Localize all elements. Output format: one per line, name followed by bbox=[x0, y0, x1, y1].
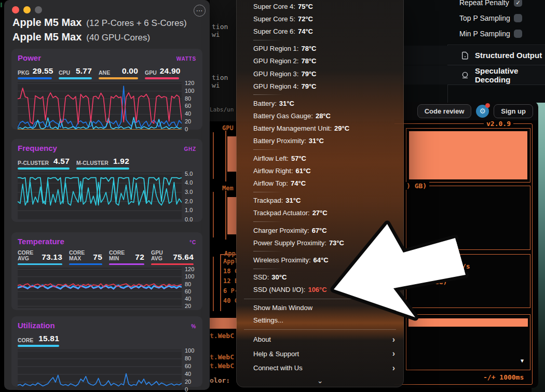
menu-item-gpu-region-2[interactable]: GPU Region 2:78°C bbox=[237, 55, 403, 67]
menu-item-show-main-window[interactable]: Show Main Window bbox=[237, 302, 403, 314]
code-review-button[interactable]: Code review bbox=[417, 104, 472, 118]
menu-item-connect-with-us[interactable]: Connect with Us› bbox=[237, 361, 403, 375]
menu-item-label: Super Core 6: bbox=[253, 27, 295, 35]
menu-item-battery-gas-gauge[interactable]: Battery Gas Gauge:28°C bbox=[237, 110, 403, 122]
menu-item-airflow-left[interactable]: Airflow Left:57°C bbox=[237, 152, 403, 164]
sign-up-button[interactable]: Sign up bbox=[494, 104, 533, 118]
settings-gear-button[interactable]: ⚙ bbox=[476, 105, 489, 118]
y-axis-tick: 20 bbox=[185, 303, 191, 309]
y-axis-tick: 0 bbox=[185, 386, 188, 392]
terminal-border bbox=[225, 191, 226, 240]
menu-item-wireless-proximity[interactable]: Wireless Proximity:64°C bbox=[237, 254, 403, 266]
menu-divider bbox=[244, 299, 396, 299]
menu-item-super-core-4[interactable]: Super Core 4:75°C bbox=[237, 0, 403, 12]
menu-item-trackpad[interactable]: Trackpad:31°C bbox=[237, 194, 403, 207]
terminal-border bbox=[213, 257, 214, 311]
menu-divider bbox=[253, 192, 283, 192]
menu-item-trackpad-actuator[interactable]: Trackpad Actuator:27°C bbox=[237, 207, 403, 219]
more-options-button[interactable]: ⋯ bbox=[194, 5, 206, 17]
menu-item-battery[interactable]: Battery:31°C bbox=[237, 97, 403, 109]
speculative-decoding-row[interactable]: Speculative Decoding bbox=[401, 65, 545, 85]
checkbox-checked-icon[interactable]: ✓ bbox=[514, 0, 522, 7]
menu-item-label: Airflow Top: bbox=[253, 179, 288, 187]
legend-item-pkg[interactable]: PKG29.55 bbox=[18, 66, 52, 79]
menu-item-gpu-region-1[interactable]: GPU Region 1:78°C bbox=[237, 43, 403, 55]
chevron-right-icon: › bbox=[392, 349, 395, 358]
legend-label: CORE MIN bbox=[109, 250, 125, 262]
menu-item-ssd[interactable]: SSD:30°C bbox=[237, 271, 403, 284]
terminal-app-label: App bbox=[224, 250, 236, 257]
legend-item-p-cluster[interactable]: P-CLUSTER4.57 bbox=[18, 157, 70, 170]
legend-color-bar bbox=[99, 77, 138, 79]
sensor-value: 74°C bbox=[291, 179, 306, 187]
legend-item-core[interactable]: CORE15.81 bbox=[18, 334, 59, 347]
menu-item-label: Charger Proximity: bbox=[253, 227, 309, 234]
menu-item-label: Battery Management Unit: bbox=[253, 124, 332, 132]
legend-color-bar bbox=[109, 263, 144, 265]
legend-color-bar bbox=[76, 167, 129, 170]
menu-item-settings[interactable]: Settings... bbox=[237, 314, 403, 327]
legend-color-bar bbox=[18, 263, 62, 265]
legend-item-core-avg[interactable]: CORE AVG73.13 bbox=[18, 250, 62, 265]
menu-item-power-supply-proximity[interactable]: Power Supply Proximity:73°C bbox=[237, 236, 403, 249]
menu-item-battery-management-unit[interactable]: Battery Management Unit:29°C bbox=[237, 122, 403, 135]
legend-value: 15.81 bbox=[38, 334, 59, 343]
menu-item-label: GPU Region 1: bbox=[253, 45, 298, 52]
card-power: PowerWATTSPKG29.55CPU5.77ANE0.00GPU24.90… bbox=[11, 49, 202, 130]
menu-item-airflow-top[interactable]: Airflow Top:74°C bbox=[237, 177, 403, 189]
divider bbox=[447, 45, 545, 45]
divider bbox=[447, 85, 545, 85]
legend-label: M-CLUSTER bbox=[76, 160, 108, 166]
legend-value: 29.55 bbox=[33, 66, 53, 76]
terminal-border bbox=[220, 254, 221, 311]
structured-output-row[interactable]: Structured Output bbox=[401, 46, 545, 65]
legend-value: 72 bbox=[135, 253, 144, 262]
menu-divider bbox=[253, 149, 283, 150]
checkbox-icon[interactable] bbox=[514, 14, 522, 22]
terminal-free-label: ree) bbox=[431, 278, 447, 286]
minimize-button[interactable] bbox=[23, 6, 31, 13]
menu-item-label: Airflow Right: bbox=[253, 167, 293, 175]
legend-item-core-max[interactable]: CORE MAX75 bbox=[69, 250, 102, 265]
terminal-mem-bar bbox=[227, 197, 237, 234]
y-axis-tick: 2.0 bbox=[185, 198, 193, 204]
y-axis: 120100806040200 bbox=[182, 82, 196, 130]
legend-item-gpu-avg[interactable]: GPU AVG75.64 bbox=[151, 250, 194, 265]
toggle-row-repeat-penalty[interactable]: Repeat Penalty✓ bbox=[401, 0, 545, 10]
sensor-value: 31°C bbox=[279, 100, 294, 107]
legend-color-bar bbox=[69, 263, 102, 265]
sensor-value: 28°C bbox=[316, 112, 331, 120]
zoom-button[interactable] bbox=[35, 6, 42, 13]
temperature-chart bbox=[18, 268, 182, 308]
menu-item-ssd-nand-i-o[interactable]: SSD (NAND I/O):106°C bbox=[237, 284, 403, 296]
toggle-row-top-p-sampling[interactable]: Top P Sampling bbox=[401, 10, 545, 26]
checkbox-icon[interactable] bbox=[514, 30, 522, 38]
menu-item-charger-proximity[interactable]: Charger Proximity:67°C bbox=[237, 224, 403, 236]
menu-item-super-core-6[interactable]: Super Core 6:74°C bbox=[237, 25, 403, 37]
y-axis-tick: 1.0 bbox=[185, 207, 193, 213]
menu-item-label: Trackpad: bbox=[253, 197, 283, 204]
terminal-window: v2.0.9 ) GB) /s ree) ▼ -/+ 1000ms bbox=[394, 119, 538, 388]
toggle-row-min-p-sampling[interactable]: Min P Sampling bbox=[401, 26, 545, 41]
legend-item-ane[interactable]: ANE0.00 bbox=[99, 66, 138, 79]
menu-scroll-indicator[interactable]: ⌄ bbox=[237, 375, 403, 386]
legend-item-m-cluster[interactable]: M-CLUSTER1.92 bbox=[76, 157, 129, 170]
terminal-selected-row[interactable] bbox=[408, 318, 528, 327]
menu-item-about[interactable]: About› bbox=[237, 332, 403, 347]
menu-item-battery-proximity[interactable]: Battery Proximity:31°C bbox=[237, 135, 403, 147]
menu-item-gpu-region-3[interactable]: GPU Region 3:79°C bbox=[237, 67, 403, 80]
legend-value: 1.92 bbox=[113, 157, 129, 166]
y-axis-tick: 100 bbox=[185, 88, 194, 94]
y-axis-tick: 100 bbox=[185, 273, 194, 279]
terminal-app-line: 6 P- bbox=[223, 287, 237, 295]
menu-item-airflow-right[interactable]: Airflow Right:61°C bbox=[237, 164, 403, 177]
legend-item-core-min[interactable]: CORE MIN72 bbox=[109, 250, 144, 265]
menu-item-gpu-region-4[interactable]: GPU Region 4:79°C bbox=[237, 80, 403, 92]
legend-item-cpu[interactable]: CPU5.77 bbox=[59, 66, 92, 79]
menu-item-help-support[interactable]: Help & Support› bbox=[237, 346, 403, 361]
legend-item-gpu[interactable]: GPU24.90 bbox=[145, 66, 179, 79]
ellipsis-icon: ⋯ bbox=[196, 7, 203, 15]
close-button[interactable] bbox=[12, 6, 19, 13]
menu-item-super-core-5[interactable]: Super Core 5:72°C bbox=[237, 12, 403, 25]
sensor-value: 57°C bbox=[291, 155, 306, 162]
